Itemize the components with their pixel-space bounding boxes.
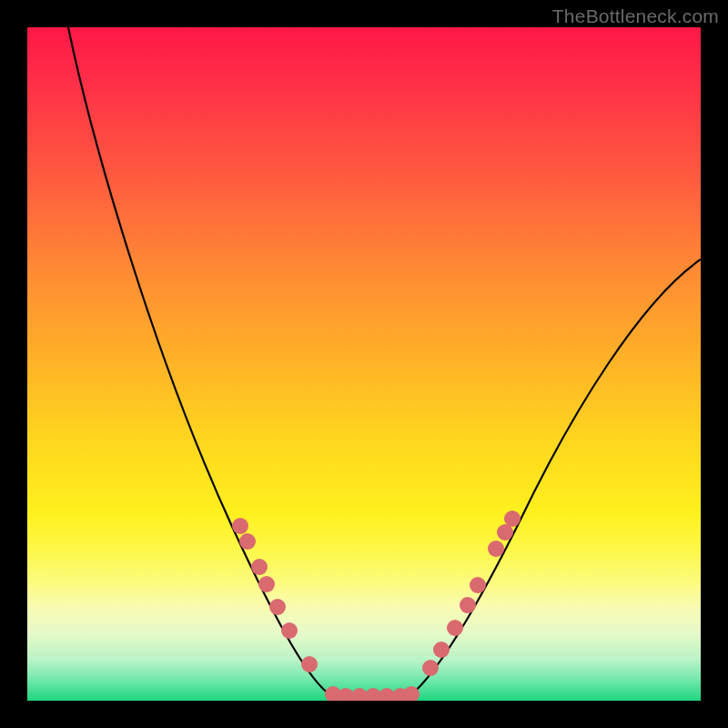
left-curve <box>68 27 373 696</box>
data-point <box>251 559 268 575</box>
plot-area <box>27 27 701 701</box>
data-point <box>301 656 318 672</box>
watermark-text: TheBottleneck.com <box>552 5 719 27</box>
data-point <box>460 597 476 613</box>
dot-layer <box>232 511 521 701</box>
data-point <box>269 599 286 615</box>
data-point <box>447 620 463 636</box>
data-point <box>232 518 248 534</box>
data-point <box>258 576 275 592</box>
data-point <box>422 660 439 676</box>
data-point <box>470 577 486 593</box>
data-point <box>281 622 298 639</box>
data-point <box>488 541 504 557</box>
data-point <box>433 642 450 658</box>
right-curve <box>373 259 701 696</box>
data-point <box>504 511 521 527</box>
data-point <box>239 533 256 550</box>
curve-layer <box>27 27 701 701</box>
chart-frame: TheBottleneck.com <box>0 0 728 728</box>
